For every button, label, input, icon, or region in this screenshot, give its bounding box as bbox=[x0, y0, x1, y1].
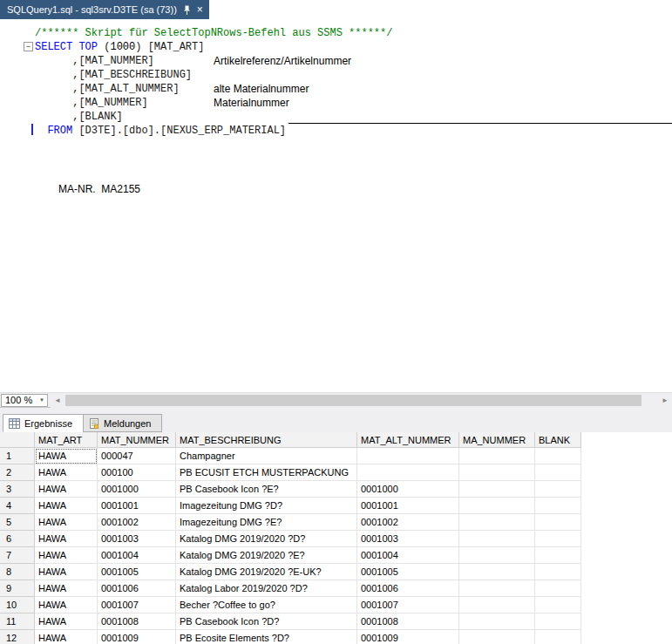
h-scrollbar-thumb[interactable] bbox=[65, 395, 641, 406]
grid-cell[interactable]: 000047 bbox=[98, 448, 176, 464]
zoom-select[interactable]: 100 % ▼ bbox=[1, 394, 48, 407]
grid-cell[interactable]: PB Ecosite Elements ?D? bbox=[176, 630, 357, 644]
pin-icon[interactable] bbox=[183, 5, 191, 15]
grid-cell[interactable]: Champagner bbox=[176, 448, 357, 464]
grid-cell[interactable] bbox=[535, 514, 581, 531]
grid-cell[interactable] bbox=[459, 630, 535, 644]
grid-cell[interactable]: HAWA bbox=[35, 547, 98, 564]
grid-cell[interactable]: HAWA bbox=[35, 580, 98, 597]
row-header[interactable]: 6 bbox=[0, 531, 35, 547]
grid-cell[interactable]: Katalog Labor 2019/2020 ?D? bbox=[176, 580, 357, 597]
grid-cell[interactable]: 0001004 bbox=[98, 547, 176, 564]
grid-cell[interactable]: PB ECUSIT ETCH MUSTERPACKUNG bbox=[176, 464, 357, 481]
grid-cell[interactable]: 0001003 bbox=[98, 531, 176, 547]
grid-cell[interactable]: Imagezeitung DMG ?E? bbox=[176, 514, 357, 531]
grid-cell[interactable]: HAWA bbox=[35, 630, 98, 644]
grid-cell[interactable]: HAWA bbox=[35, 448, 98, 464]
grid-cell[interactable] bbox=[459, 448, 535, 464]
close-icon[interactable]: × bbox=[197, 4, 203, 15]
grid-cell[interactable]: 0001005 bbox=[98, 564, 176, 580]
grid-cell[interactable] bbox=[535, 547, 581, 564]
row-header[interactable]: 12 bbox=[0, 630, 35, 644]
grid-cell[interactable] bbox=[459, 481, 535, 498]
grid-cell[interactable] bbox=[459, 514, 535, 531]
code-area[interactable]: /****** Skript für SelectTopNRows-Befehl… bbox=[0, 19, 672, 138]
grid-cell[interactable] bbox=[357, 448, 459, 464]
grid-corner-cell[interactable] bbox=[0, 432, 35, 448]
grid-cell[interactable]: 0001003 bbox=[357, 531, 459, 547]
grid-cell[interactable] bbox=[535, 481, 581, 498]
tab-ergebnisse[interactable]: Ergebnisse bbox=[3, 414, 84, 432]
grid-cell[interactable]: Katalog DMG 2019/2020 ?E? bbox=[176, 547, 357, 564]
row-header[interactable]: 9 bbox=[0, 580, 35, 597]
grid-cell[interactable] bbox=[535, 613, 581, 630]
grid-cell[interactable]: 0001008 bbox=[357, 613, 459, 630]
grid-cell[interactable]: Katalog DMG 2019/2020 ?D? bbox=[176, 531, 357, 547]
grid-cell[interactable]: 0001001 bbox=[357, 498, 459, 514]
column-header-mat_nummer[interactable]: MAT_NUMMER bbox=[98, 432, 176, 448]
grid-cell[interactable]: 0001009 bbox=[357, 630, 459, 644]
grid-cell[interactable] bbox=[459, 547, 535, 564]
scroll-left-button[interactable]: ◄ bbox=[51, 393, 64, 408]
grid-cell[interactable]: 0001006 bbox=[98, 580, 176, 597]
grid-cell[interactable] bbox=[459, 597, 535, 613]
grid-cell[interactable]: PB Casebook Icon ?E? bbox=[176, 481, 357, 498]
grid-cell[interactable] bbox=[459, 564, 535, 580]
code-line[interactable]: ,[BLANK] bbox=[35, 110, 672, 124]
grid-cell[interactable] bbox=[357, 464, 459, 481]
grid-cell[interactable]: 0001002 bbox=[98, 514, 176, 531]
grid-cell[interactable] bbox=[459, 531, 535, 547]
grid-cell[interactable]: 0001007 bbox=[98, 597, 176, 613]
grid-cell[interactable] bbox=[459, 498, 535, 514]
grid-cell[interactable] bbox=[535, 580, 581, 597]
column-header-mat_beschreibung[interactable]: MAT_BESCHREIBUNG bbox=[176, 432, 357, 448]
grid-cell[interactable]: Becher ?Coffee to go? bbox=[176, 597, 357, 613]
document-tab[interactable]: SQLQuery1.sql - sql3srv.D3TE (sa (73)) × bbox=[0, 0, 209, 19]
row-header[interactable]: 1 bbox=[0, 448, 35, 464]
column-header-mat_alt_nummer[interactable]: MAT_ALT_NUMMER bbox=[357, 432, 459, 448]
row-header[interactable]: 2 bbox=[0, 464, 35, 481]
grid-cell[interactable]: 0001004 bbox=[357, 547, 459, 564]
row-header[interactable]: 10 bbox=[0, 597, 35, 613]
grid-cell[interactable]: Imagezeitung DMG ?D? bbox=[176, 498, 357, 514]
code-line[interactable]: ,[MAT_ALT_NUMMER]alte Materialnummer bbox=[35, 82, 672, 96]
grid-cell[interactable] bbox=[459, 464, 535, 481]
grid-cell[interactable] bbox=[459, 580, 535, 597]
sql-editor[interactable]: /****** Skript für SelectTopNRows-Befehl… bbox=[0, 19, 672, 392]
row-header[interactable]: 7 bbox=[0, 547, 35, 564]
grid-cell[interactable]: 0001006 bbox=[357, 580, 459, 597]
grid-cell[interactable]: HAWA bbox=[35, 564, 98, 580]
grid-cell[interactable] bbox=[535, 464, 581, 481]
grid-cell[interactable]: Katalog DMG 2019/2020 ?E-UK? bbox=[176, 564, 357, 580]
grid-cell[interactable]: HAWA bbox=[35, 481, 98, 498]
column-header-ma_nummer[interactable]: MA_NUMMER bbox=[459, 432, 535, 448]
grid-cell[interactable]: 0001007 bbox=[357, 597, 459, 613]
grid-cell[interactable] bbox=[535, 448, 581, 464]
grid-cell[interactable]: HAWA bbox=[35, 597, 98, 613]
grid-cell[interactable]: PB Casebook Icon ?D? bbox=[176, 613, 357, 630]
grid-cell[interactable]: 0001002 bbox=[357, 514, 459, 531]
code-line[interactable]: SELECT TOP (1000) [MAT_ART]− bbox=[35, 40, 672, 54]
grid-cell[interactable]: HAWA bbox=[35, 498, 98, 514]
grid-cell[interactable]: 0001008 bbox=[98, 613, 176, 630]
code-line[interactable]: ,[MAT_BESCHREIBUNG] bbox=[35, 68, 672, 82]
scroll-right-button[interactable]: ► bbox=[658, 393, 672, 408]
grid-cell[interactable]: 000100 bbox=[98, 464, 176, 481]
grid-cell[interactable] bbox=[535, 597, 581, 613]
grid-cell[interactable]: 0001005 bbox=[357, 564, 459, 580]
grid-cell[interactable] bbox=[535, 531, 581, 547]
grid-cell[interactable]: 0001009 bbox=[98, 630, 176, 644]
grid-cell[interactable]: HAWA bbox=[35, 464, 98, 481]
row-header[interactable]: 3 bbox=[0, 481, 35, 498]
grid-cell[interactable]: HAWA bbox=[35, 613, 98, 630]
code-line[interactable]: FROM [D3TE].[dbo].[NEXUS_ERP_MATERIAL] bbox=[35, 124, 672, 138]
h-scrollbar[interactable] bbox=[64, 393, 658, 408]
grid-cell[interactable]: HAWA bbox=[35, 514, 98, 531]
tab-meldungen[interactable]: Meldungen bbox=[83, 414, 162, 432]
grid-cell[interactable]: 0001000 bbox=[357, 481, 459, 498]
grid-cell[interactable] bbox=[535, 630, 581, 644]
row-header[interactable]: 4 bbox=[0, 498, 35, 514]
grid-cell[interactable]: HAWA bbox=[35, 531, 98, 547]
grid-cell[interactable]: 0001001 bbox=[98, 498, 176, 514]
row-header[interactable]: 5 bbox=[0, 514, 35, 531]
